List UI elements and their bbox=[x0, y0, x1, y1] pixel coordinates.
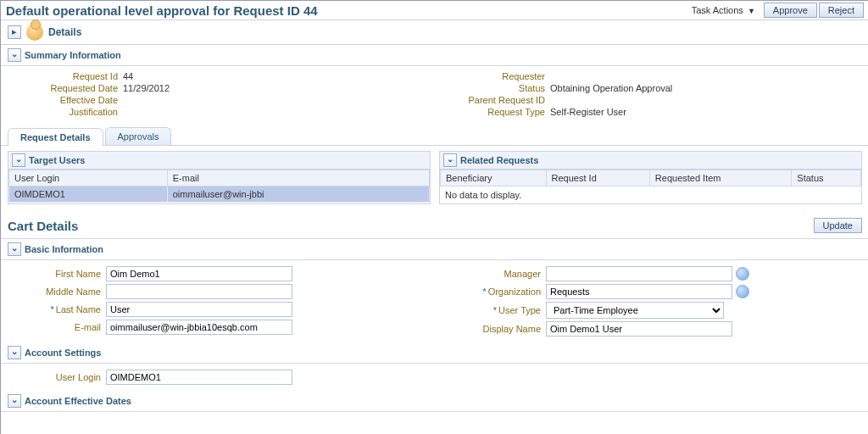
label-organization: *Organization bbox=[448, 287, 541, 297]
value-status: Obtaining Operation Approval bbox=[550, 83, 672, 93]
label-requester: Requester bbox=[435, 71, 545, 81]
page-title: Default operational level approval for R… bbox=[6, 3, 692, 18]
chevron-down-icon: ▼ bbox=[748, 7, 755, 15]
col-status[interactable]: Status bbox=[792, 170, 861, 186]
account-settings-heading: Account Settings bbox=[25, 348, 101, 358]
reject-button[interactable]: Reject bbox=[819, 3, 864, 18]
col-request-id[interactable]: Request Id bbox=[546, 170, 649, 186]
col-email[interactable]: E-mail bbox=[167, 170, 429, 186]
manager-lookup-icon[interactable] bbox=[736, 267, 749, 281]
label-last-name: *Last Name bbox=[8, 304, 101, 314]
cell-user-login: OIMDEMO1 bbox=[9, 186, 168, 203]
label-parent-request: Parent Request ID bbox=[435, 95, 545, 105]
organization-field[interactable] bbox=[546, 284, 732, 299]
value-request-type: Self-Register User bbox=[550, 107, 626, 117]
task-actions-menu[interactable]: Task Actions ▼ bbox=[692, 5, 755, 15]
value-request-id: 44 bbox=[123, 71, 133, 81]
details-disclose-icon[interactable]: ▸ bbox=[8, 25, 21, 39]
label-middle-name: Middle Name bbox=[8, 287, 101, 297]
display-name-field[interactable] bbox=[546, 321, 732, 337]
middle-name-field[interactable] bbox=[106, 284, 292, 299]
label-first-name: First Name bbox=[8, 269, 101, 279]
tab-request-details[interactable]: Request Details bbox=[8, 128, 103, 146]
summary-disclose-icon[interactable]: ⌄ bbox=[8, 48, 21, 62]
target-users-disclose-icon[interactable]: ⌄ bbox=[12, 153, 25, 167]
user-icon bbox=[26, 24, 43, 41]
basic-info-heading: Basic Information bbox=[25, 244, 103, 254]
cell-email: oimmailuser@win-jbbi bbox=[167, 186, 429, 203]
user-login-field[interactable] bbox=[106, 370, 292, 385]
manager-field[interactable] bbox=[546, 266, 732, 281]
account-dates-heading: Account Effective Dates bbox=[25, 396, 131, 406]
label-user-type: *User Type bbox=[448, 305, 541, 315]
account-dates-disclose-icon[interactable]: ⌄ bbox=[8, 394, 21, 408]
label-requested-date: Requested Date bbox=[8, 83, 118, 93]
approve-button[interactable]: Approve bbox=[764, 3, 817, 18]
first-name-field[interactable] bbox=[106, 266, 292, 281]
label-user-login: User Login bbox=[8, 372, 101, 382]
label-request-type: Request Type bbox=[435, 107, 545, 117]
label-justification: Justification bbox=[8, 107, 118, 117]
related-requests-empty: No data to display. bbox=[440, 186, 861, 203]
table-row[interactable]: OIMDEMO1oimmailuser@win-jbbi bbox=[9, 186, 430, 203]
details-heading: Details bbox=[48, 26, 81, 38]
col-beneficiary[interactable]: Beneficiary bbox=[441, 170, 547, 186]
tab-approvals[interactable]: Approvals bbox=[105, 127, 172, 145]
summary-heading: Summary Information bbox=[25, 50, 121, 60]
label-display-name: Display Name bbox=[448, 324, 541, 334]
task-actions-label: Task Actions bbox=[692, 5, 743, 15]
email-field[interactable] bbox=[106, 320, 292, 335]
value-requested-date: 11/29/2012 bbox=[123, 83, 170, 93]
user-type-select[interactable]: Part-Time Employee bbox=[546, 302, 724, 319]
account-settings-disclose-icon[interactable]: ⌄ bbox=[8, 346, 21, 359]
label-effective-date: Effective Date bbox=[8, 95, 118, 105]
label-email: E-mail bbox=[8, 322, 101, 332]
target-users-heading: Target Users bbox=[29, 155, 85, 165]
related-requests-disclose-icon[interactable]: ⌄ bbox=[443, 153, 457, 167]
col-user-login[interactable]: User Login bbox=[9, 170, 168, 186]
label-request-id: Request Id bbox=[8, 71, 118, 81]
related-requests-heading: Related Requests bbox=[460, 155, 538, 165]
label-status: Status bbox=[435, 83, 545, 93]
col-requested-item[interactable]: Requested Item bbox=[649, 170, 791, 186]
panel-related-requests: ⌄Related Requests Beneficiary Request Id… bbox=[439, 151, 862, 204]
organization-lookup-icon[interactable] bbox=[736, 285, 749, 298]
basic-info-disclose-icon[interactable]: ⌄ bbox=[8, 242, 21, 256]
cart-details-heading: Cart Details bbox=[8, 219, 812, 233]
label-manager: Manager bbox=[448, 269, 541, 279]
last-name-field[interactable] bbox=[106, 302, 292, 317]
update-button[interactable]: Update bbox=[814, 218, 862, 233]
panel-target-users: ⌄Target Users User LoginE-mail OIMDEMO1o… bbox=[8, 151, 431, 204]
